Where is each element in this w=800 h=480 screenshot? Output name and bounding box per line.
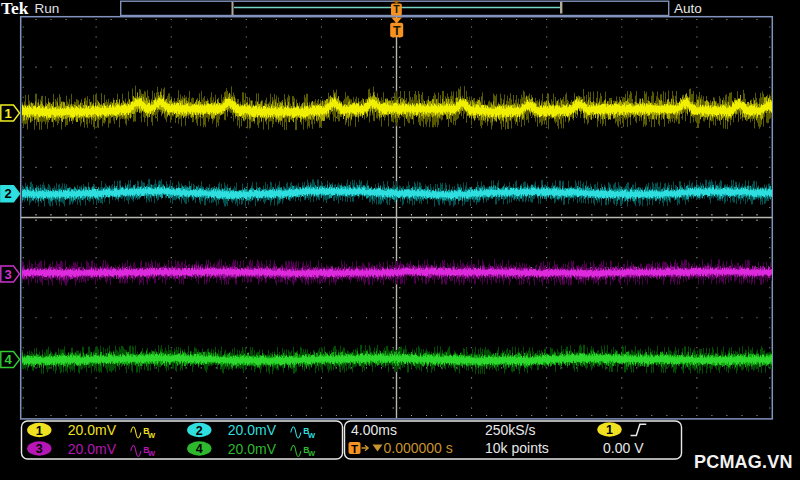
svg-text:W: W — [308, 449, 316, 458]
svg-text:Auto: Auto — [674, 1, 702, 16]
svg-text:4.00ms: 4.00ms — [351, 422, 397, 438]
svg-text:4: 4 — [4, 352, 12, 367]
svg-text:1: 1 — [4, 106, 11, 121]
svg-text:1: 1 — [36, 424, 43, 438]
svg-text:T: T — [393, 3, 400, 15]
svg-text:W: W — [148, 449, 156, 458]
svg-text:20.0mV: 20.0mV — [68, 441, 117, 457]
svg-text:3: 3 — [36, 442, 43, 456]
svg-text:2: 2 — [196, 424, 203, 438]
svg-text:0.00 V: 0.00 V — [603, 440, 644, 456]
svg-text:T: T — [351, 443, 358, 455]
svg-text:Run: Run — [35, 1, 60, 16]
svg-text:1: 1 — [606, 423, 613, 437]
svg-text:20.0mV: 20.0mV — [228, 441, 277, 457]
svg-text:2: 2 — [4, 186, 11, 201]
svg-text:Tek: Tek — [1, 0, 29, 18]
svg-text:3: 3 — [4, 267, 11, 282]
svg-text:20.0mV: 20.0mV — [68, 422, 117, 438]
svg-text:20.0mV: 20.0mV — [228, 422, 277, 438]
svg-text:T: T — [393, 24, 401, 38]
svg-text:0.000000 s: 0.000000 s — [384, 440, 453, 456]
svg-text:W: W — [308, 431, 316, 440]
svg-text:PCMAG.VN: PCMAG.VN — [694, 452, 793, 472]
svg-text:4: 4 — [196, 442, 203, 456]
svg-text:250kS/s: 250kS/s — [485, 422, 536, 438]
svg-text:W: W — [148, 431, 156, 440]
svg-text:10k points: 10k points — [485, 440, 549, 456]
